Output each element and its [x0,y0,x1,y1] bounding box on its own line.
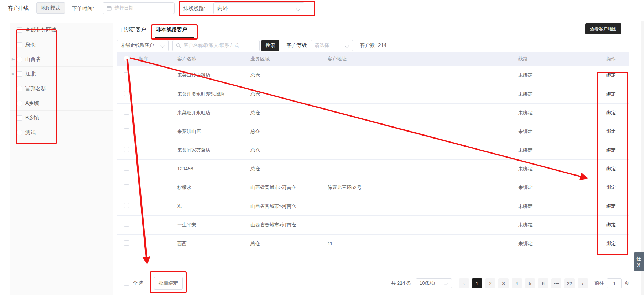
tree-item-checkbox[interactable] [17,115,22,121]
next-page-button[interactable]: › [578,278,588,288]
batch-bind-button[interactable]: 批量绑定 [154,277,183,290]
sidebar-tree-item[interactable]: ▶ 测试 [10,125,113,140]
tree-item-checkbox[interactable] [17,86,22,91]
bind-action-link[interactable]: 绑定 [606,166,616,172]
bind-action-link[interactable]: 绑定 [606,91,616,97]
row-checkbox[interactable] [124,184,129,189]
prev-page-button[interactable]: ‹ [459,278,469,288]
sidebar-tree-item[interactable]: ▶ 山西省 [10,52,113,67]
cell-customer-name: 西西 [174,234,248,253]
cell-address [325,103,515,122]
sidebar-tree-item[interactable]: ▶ A乡镇 [10,96,113,111]
calendar-icon [107,5,112,11]
row-checkbox[interactable] [124,110,129,115]
business-area-sidebar: ▶ 全部业务区域 ▶ 总仓 ▶ 山西省 ▶ 江北 ▶ 富邦名邸 ▶ [10,23,113,295]
sidebar-tree-item[interactable]: ▶ 富邦名邸 [10,81,113,96]
page-number-button[interactable]: 6 [538,278,548,288]
page-number-button[interactable]: 3 [498,278,509,288]
task-floating-tab[interactable]: 任 务 [634,252,644,271]
sidebar-tree-item[interactable]: ▶ B乡镇 [10,111,113,125]
tree-item-label: 江北 [25,71,36,77]
row-checkbox[interactable] [124,72,129,77]
customer-level-select[interactable]: 请选择 [311,40,353,51]
cell-customer-name: 来菜经开永旺店 [174,103,248,122]
cell-route: 未绑定 [515,66,603,85]
bind-action-link[interactable]: 绑定 [606,147,616,153]
cell-order [136,215,174,234]
page-number-button[interactable]: 5 [525,278,535,288]
expand-caret-icon[interactable]: ▶ [12,71,15,76]
view-customer-map-button[interactable]: 查看客户地图 [585,23,621,34]
page-number-button[interactable]: 1 [472,278,482,288]
tree-item-checkbox[interactable] [17,130,22,135]
page-number-button[interactable]: 4 [512,278,522,288]
row-checkbox[interactable] [124,91,129,96]
search-button[interactable]: 搜索 [261,40,279,51]
customer-type-value: 未绑定线路客户 [121,42,154,49]
page-number-button[interactable]: 22 [564,278,575,288]
table-row: 来菜经开永旺店 总仓 未绑定 绑定 [117,103,629,122]
table-row: 来菜洪山店 总仓 未绑定 绑定 [117,122,629,141]
tree-item-label: 富邦名邸 [25,85,46,92]
order-time-label: 下单时间: [72,5,94,12]
tab-non-route-customers[interactable]: 非本线路客户 [156,23,187,38]
sidebar-tree-item[interactable]: ▶ 总仓 [10,37,113,52]
bind-action-link[interactable]: 绑定 [606,129,616,134]
cell-customer-name: 柠檬水 [174,178,248,197]
route-select-value: 内环 [217,5,228,12]
row-checkbox[interactable] [124,128,129,133]
expand-caret-icon[interactable]: ▶ [12,57,15,62]
customer-search-input[interactable]: 客户名称/联系人/联系方式 [172,40,260,51]
bind-action-link[interactable]: 绑定 [606,185,616,190]
header-select-all-checkbox[interactable] [124,56,129,61]
chevron-down-icon [444,281,448,285]
table-row: 来菜江夏永旺梦乐城店 总仓 未绑定 绑定 [117,85,629,103]
page-number-button[interactable]: ••• [551,278,561,288]
tree-item-label: 总仓 [25,41,36,48]
tab-bound-customers[interactable]: 已绑定客户 [120,23,146,38]
route-select[interactable]: 内环 [213,2,304,14]
tree-item-checkbox[interactable] [17,101,22,106]
customer-level-label: 客户等级 [286,42,307,49]
table-row: 一生平安 山西省晋城市>河南仓 未绑定 绑定 [117,215,629,234]
bind-action-link[interactable]: 绑定 [606,222,616,228]
bind-action-link[interactable]: 绑定 [606,241,616,246]
tree-item-checkbox[interactable] [17,57,22,62]
sidebar-tree-item[interactable]: ▶ 江北 [10,67,113,81]
cell-business-area: 总仓 [248,159,325,178]
tree-item-checkbox[interactable] [17,71,22,77]
row-checkbox[interactable] [124,203,129,208]
cell-address: 陈襄北三环52号 [325,178,515,197]
col-header-route: 线路 [515,52,603,66]
order-date-input[interactable]: 选择日期 [103,2,175,14]
chevron-down-icon [297,7,300,10]
bind-action-link[interactable]: 绑定 [606,203,616,209]
row-checkbox[interactable] [124,240,129,246]
customer-type-select[interactable]: 未绑定线路客户 [117,40,169,51]
row-checkbox[interactable] [124,147,129,152]
tree-item-checkbox[interactable] [17,42,22,47]
page-size-select[interactable]: 10条/页 [416,278,452,288]
map-mode-button[interactable]: 地图模式 [36,2,65,14]
cell-route: 未绑定 [515,85,603,103]
page-size-value: 10条/页 [420,280,436,287]
cell-address [325,197,515,215]
table-row: 来菜白沙万科店 总仓 未绑定 绑定 [117,66,629,85]
tree-item-checkbox[interactable] [17,27,22,33]
select-all-checkbox[interactable] [124,281,129,286]
goto-page-input[interactable] [607,278,622,288]
row-checkbox[interactable] [124,166,129,171]
page-title: 客户排线 [8,5,29,12]
row-checkbox[interactable] [124,222,129,227]
cell-route: 未绑定 [515,197,603,215]
sidebar-tree-item[interactable]: ▶ 全部业务区域 [10,23,113,37]
tree-item-label: B乡镇 [25,115,39,121]
page-number-button[interactable]: 2 [485,278,495,288]
cell-business-area: 山西省晋城市>河南仓 [248,197,325,215]
bind-action-link[interactable]: 绑定 [606,72,616,78]
level-placeholder: 请选择 [315,42,329,49]
bind-action-link[interactable]: 绑定 [606,110,616,115]
cell-business-area: 总仓 [248,122,325,141]
tree-item-label: 全部业务区域 [25,27,56,33]
cell-order [136,122,174,141]
